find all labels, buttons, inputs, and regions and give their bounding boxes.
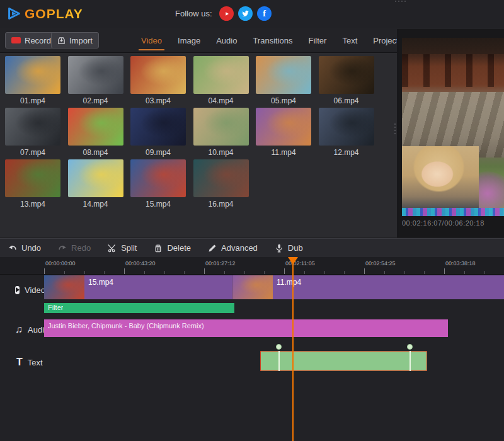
media-thumbnail xyxy=(68,159,123,197)
tab-image[interactable]: Image xyxy=(176,30,202,50)
video-track-icon xyxy=(15,286,20,294)
advanced-button[interactable]: Advanced xyxy=(208,243,258,253)
youtube-icon[interactable] xyxy=(219,6,234,21)
media-item-06.mp4[interactable]: 06.mp4 xyxy=(319,56,381,108)
header-bar: GOPLAY Follow us: f xyxy=(0,0,504,28)
media-filename: 11.mp4 xyxy=(256,148,311,157)
media-item-04.mp4[interactable]: 04.mp4 xyxy=(193,56,256,108)
follow-us-label: Follow us: xyxy=(175,9,212,18)
media-thumbnail xyxy=(256,56,311,94)
timeline-text-clip[interactable] xyxy=(260,351,427,371)
media-filename: 07.mp4 xyxy=(5,148,60,157)
playhead[interactable] xyxy=(292,257,294,441)
undo-button[interactable]: Undo xyxy=(8,243,41,253)
record-icon xyxy=(11,37,21,43)
mic-icon xyxy=(275,244,284,253)
tab-project[interactable]: Project xyxy=(372,30,399,50)
app-logo: GOPLAY xyxy=(6,6,83,21)
media-thumbnail xyxy=(5,56,60,94)
media-item-02.mp4[interactable]: 02.mp4 xyxy=(68,56,130,108)
media-filename: 05.mp4 xyxy=(256,96,311,105)
media-filename: 13.mp4 xyxy=(5,200,60,209)
media-item-08.mp4[interactable]: 08.mp4 xyxy=(68,108,130,159)
panel-resize-handle[interactable] xyxy=(394,123,396,134)
media-item-01.mp4[interactable]: 01.mp4 xyxy=(5,56,67,108)
media-filename: 03.mp4 xyxy=(130,96,186,105)
preview-zone: 00:02:16:07/00:06:20:18 xyxy=(399,29,504,238)
media-thumbnail xyxy=(319,108,374,146)
media-thumbnail xyxy=(130,108,186,146)
timeline-filter-clip[interactable]: Filter xyxy=(44,303,234,313)
timeline-video-clip-15[interactable]: 15.mp4 xyxy=(44,275,232,299)
twitter-icon[interactable] xyxy=(238,6,253,21)
redo-button[interactable]: Redo xyxy=(58,243,91,253)
record-button[interactable]: Record xyxy=(5,32,57,49)
goplay-logo-icon xyxy=(6,6,22,21)
trash-icon xyxy=(154,244,163,253)
timeline-ruler[interactable]: 00:00:00:0000:00:43:2000:01:27:1200:02:1… xyxy=(0,257,504,275)
facebook-icon[interactable]: f xyxy=(257,6,272,21)
media-thumbnail xyxy=(68,56,123,94)
app-logo-text: GOPLAY xyxy=(25,6,83,21)
library-tabs: VideoImageAudioTransitionsFilterTextProj… xyxy=(140,28,400,52)
media-item-03.mp4[interactable]: 03.mp4 xyxy=(130,56,193,108)
media-thumbnail xyxy=(193,159,249,197)
text-track-label: T Text xyxy=(0,353,42,372)
clip-thumbnail xyxy=(44,275,84,299)
preview-timecode: 00:02:16:07/00:06:20:18 xyxy=(402,219,484,227)
media-item-12.mp4[interactable]: 12.mp4 xyxy=(319,108,381,159)
import-button[interactable]: Import xyxy=(51,32,99,49)
media-item-14.mp4[interactable]: 14.mp4 xyxy=(68,159,130,211)
delete-button[interactable]: Delete xyxy=(154,243,191,253)
text-keyframe-handle-2[interactable] xyxy=(407,344,413,350)
media-filename: 02.mp4 xyxy=(68,96,123,105)
pencil-icon xyxy=(208,244,217,253)
tab-audio[interactable]: Audio xyxy=(215,30,238,50)
timeline-audio-clip[interactable]: Justin Bieber, Chipmunk - Baby (Chipmunk… xyxy=(44,319,448,337)
media-thumbnail xyxy=(130,159,186,197)
split-button[interactable]: Split xyxy=(108,243,137,253)
webcam-overlay xyxy=(402,146,479,216)
media-item-10.mp4[interactable]: 10.mp4 xyxy=(193,108,256,159)
text-track-icon: T xyxy=(16,357,23,367)
media-item-15.mp4[interactable]: 15.mp4 xyxy=(130,159,193,211)
tab-text[interactable]: Text xyxy=(341,30,358,50)
tab-filter[interactable]: Filter xyxy=(307,30,328,50)
undo-icon xyxy=(8,244,17,253)
media-item-09.mp4[interactable]: 09.mp4 xyxy=(130,108,193,159)
media-filename: 16.mp4 xyxy=(193,200,249,209)
text-keyframe-handle-1[interactable] xyxy=(276,344,282,350)
audio-track-label: ♫ Audio xyxy=(0,320,42,339)
media-grid: 01.mp402.mp403.mp404.mp405.mp406.mp407.m… xyxy=(5,56,381,211)
tab-transitions[interactable]: Transitions xyxy=(251,30,294,50)
edit-toolbar: UndoRedoSplitDeleteAdvancedDub xyxy=(0,238,504,258)
media-filename: 14.mp4 xyxy=(68,200,123,209)
music-note-icon: ♫ xyxy=(15,324,23,335)
media-filename: 01.mp4 xyxy=(5,96,60,105)
media-filename: 08.mp4 xyxy=(68,148,123,157)
media-thumbnail xyxy=(68,108,123,146)
media-thumbnail xyxy=(130,56,186,94)
ruler-timecode: 00:01:27:12 xyxy=(205,260,236,266)
media-item-07.mp4[interactable]: 07.mp4 xyxy=(5,108,67,159)
media-filename: 15.mp4 xyxy=(130,200,186,209)
ruler-timecode: 00:03:38:18 xyxy=(445,260,476,266)
ruler-timecode: 00:02:54:25 xyxy=(365,260,396,266)
media-filename: 10.mp4 xyxy=(193,148,249,157)
import-icon xyxy=(57,37,66,45)
playhead-handle[interactable] xyxy=(288,257,298,265)
media-item-11.mp4[interactable]: 11.mp4 xyxy=(256,108,318,159)
media-filename: 04.mp4 xyxy=(193,96,249,105)
media-thumbnail xyxy=(319,56,374,94)
timeline-video-clip-11[interactable]: 11.mp4 xyxy=(232,275,504,299)
toolbar-resize-handle[interactable] xyxy=(395,1,406,2)
tab-video[interactable]: Video xyxy=(140,30,163,50)
text-keyframe-line-1[interactable] xyxy=(278,351,280,371)
media-item-16.mp4[interactable]: 16.mp4 xyxy=(193,159,256,211)
media-filename: 12.mp4 xyxy=(319,148,374,157)
ruler-timecode: 00:00:00:00 xyxy=(45,260,76,266)
text-keyframe-line-2[interactable] xyxy=(410,351,411,371)
media-item-05.mp4[interactable]: 05.mp4 xyxy=(256,56,318,108)
dub-button[interactable]: Dub xyxy=(275,243,303,253)
media-item-13.mp4[interactable]: 13.mp4 xyxy=(5,159,67,211)
